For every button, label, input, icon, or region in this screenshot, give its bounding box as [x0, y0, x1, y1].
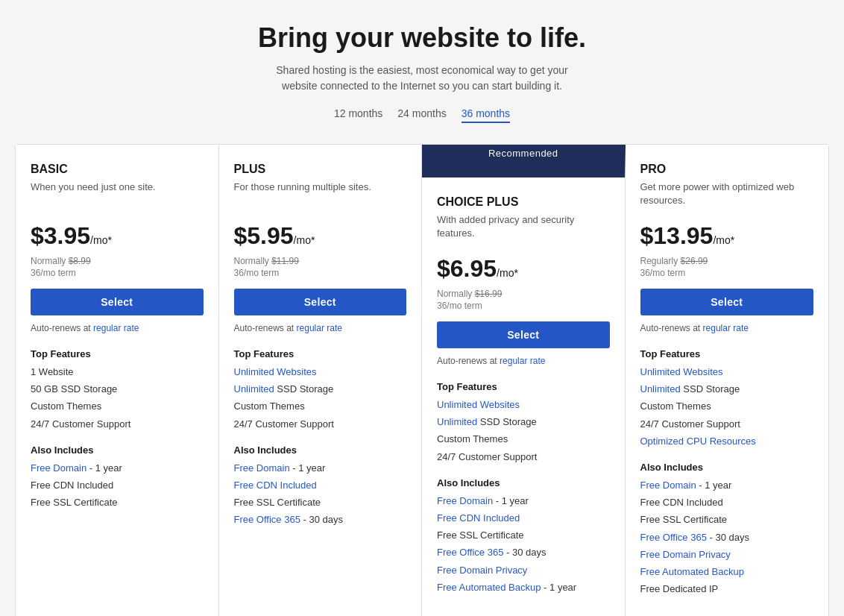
plan-basic-name: BASIC	[31, 163, 204, 176]
plan-basic-per: /mo*	[90, 234, 112, 246]
plan-basic-also-features: Free Domain - 1 year Free CDN Included F…	[31, 462, 204, 510]
plan-basic-top-features: 1 Website 50 GB SSD Storage Custom Theme…	[31, 365, 204, 431]
plan-basic: BASIC When you need just one site. $3.95…	[16, 145, 219, 616]
plan-choice-plus-desc: With added privacy and security features…	[437, 213, 610, 243]
link[interactable]: Free Domain	[640, 480, 696, 491]
list-item: Free Office 365 - 30 days	[437, 546, 610, 559]
list-item: Optimized CPU Resources	[640, 435, 814, 448]
plan-pro-select-button[interactable]: Select	[640, 289, 814, 315]
plan-plus-select-button[interactable]: Select	[234, 289, 407, 315]
list-item: Custom Themes	[640, 400, 814, 413]
plan-plus-name: PLUS	[234, 163, 407, 176]
link[interactable]: Free Domain	[437, 495, 493, 506]
plan-basic-autorenew-link[interactable]: regular rate	[93, 323, 139, 333]
list-item: Free Domain - 1 year	[640, 479, 814, 492]
link[interactable]: Unlimited	[437, 416, 477, 427]
plan-pro-top-features: Unlimited Websites Unlimited SSD Storage…	[640, 365, 814, 448]
list-item: Free Domain Privacy	[437, 564, 610, 577]
list-item: 24/7 Customer Support	[31, 418, 204, 431]
list-item: Unlimited Websites	[640, 365, 814, 379]
plan-basic-top-features-title: Top Features	[31, 348, 204, 359]
list-item: Free SSL Certificate	[437, 529, 610, 542]
plan-choice-plus-top-features: Unlimited Websites Unlimited SSD Storage…	[437, 398, 610, 464]
link[interactable]: Optimized CPU Resources	[640, 436, 756, 447]
plan-plus-price-block: $5.95/mo*	[234, 222, 407, 250]
link[interactable]: Unlimited	[640, 383, 681, 395]
plan-pro-normal-price: Regularly $26.99	[640, 256, 814, 266]
plan-pro-also-title: Also Includes	[640, 462, 814, 473]
plan-choice-plus-also-features: Free Domain - 1 year Free CDN Included F…	[437, 494, 610, 594]
list-item: 24/7 Customer Support	[234, 418, 407, 431]
link[interactable]: Free CDN Included	[234, 480, 317, 491]
list-item: Free Domain - 1 year	[31, 462, 204, 475]
link[interactable]: Unlimited Websites	[234, 366, 317, 377]
plan-pro: PRO Get more power with optimized web re…	[626, 145, 829, 616]
plan-pro-per: /mo*	[713, 234, 734, 246]
plan-basic-select-button[interactable]: Select	[31, 289, 204, 315]
plan-plus-also-features: Free Domain - 1 year Free CDN Included F…	[234, 462, 407, 527]
link[interactable]: Unlimited Websites	[640, 366, 723, 377]
list-item: Free Domain - 1 year	[437, 494, 610, 508]
plan-basic-normal-price: Normally $8.99	[31, 256, 204, 266]
plan-choice-plus-also-title: Also Includes	[437, 477, 610, 488]
list-item: Custom Themes	[31, 400, 204, 413]
list-item: Free Domain - 1 year	[234, 462, 407, 475]
link[interactable]: Free Domain	[234, 462, 290, 474]
list-item: Free Dedicated IP	[640, 582, 814, 596]
list-item: Unlimited Websites	[234, 365, 407, 379]
list-item: Free Domain Privacy	[640, 548, 814, 562]
list-item: Free CDN Included	[640, 496, 814, 509]
plan-pro-desc: Get more power with optimized web resour…	[640, 180, 814, 210]
list-item: Free SSL Certificate	[31, 496, 204, 509]
tab-12months[interactable]: 12 months	[334, 107, 382, 123]
page-header: Bring your website to life. Shared hosti…	[15, 22, 829, 123]
plan-plus-price: $5.95	[234, 222, 294, 249]
list-item: Custom Themes	[437, 433, 610, 446]
link[interactable]: Free Automated Backup	[437, 582, 541, 593]
link[interactable]: Free Automated Backup	[640, 566, 744, 577]
plan-basic-also-title: Also Includes	[31, 444, 204, 456]
plan-choice-plus-select-button[interactable]: Select	[437, 321, 610, 348]
list-item: Custom Themes	[234, 400, 407, 413]
link[interactable]: Free Domain	[31, 462, 86, 474]
list-item: Free CDN Included	[234, 479, 407, 492]
link[interactable]: Unlimited	[234, 383, 274, 395]
link[interactable]: Free CDN Included	[437, 512, 520, 524]
link[interactable]: Free Domain Privacy	[640, 549, 731, 560]
plan-plus-autorenew-link[interactable]: regular rate	[297, 323, 342, 333]
plan-plus-top-features-title: Top Features	[234, 348, 407, 359]
tab-24months[interactable]: 24 months	[397, 107, 446, 123]
billing-tabs: 12 months 24 months 36 months	[15, 107, 829, 123]
plan-choice-plus-name: CHOICE PLUS	[437, 195, 610, 209]
plan-pro-price-block: $13.95/mo*	[640, 222, 814, 250]
plan-plus-autorenew: Auto-renews at regular rate	[234, 323, 407, 333]
plan-pro-autorenew: Auto-renews at regular rate	[640, 323, 814, 333]
plan-plus-normal-price: Normally $11.99	[234, 256, 407, 266]
list-item: Free CDN Included	[437, 512, 610, 525]
tab-36months[interactable]: 36 months	[462, 107, 510, 123]
plan-basic-price: $3.95	[31, 222, 90, 249]
link[interactable]: Free Office 365	[640, 532, 707, 543]
plan-plus-term: 36/mo term	[234, 268, 407, 278]
plan-choice-plus: Recommended CHOICE PLUS With added priva…	[422, 145, 626, 616]
plan-basic-term: 36/mo term	[31, 268, 204, 278]
plan-choice-plus-autorenew-link[interactable]: regular rate	[500, 356, 545, 366]
list-item: Free Automated Backup - 1 year	[437, 581, 610, 594]
list-item: 1 Website	[31, 365, 204, 379]
link[interactable]: Free Domain Privacy	[437, 565, 527, 576]
link[interactable]: Free Office 365	[437, 547, 503, 558]
plan-plus-top-features: Unlimited Websites Unlimited SSD Storage…	[234, 365, 407, 431]
plan-pro-name: PRO	[640, 163, 814, 176]
list-item: 24/7 Customer Support	[437, 450, 610, 464]
plan-choice-plus-term: 36/mo term	[437, 301, 610, 311]
plan-choice-plus-price-block: $6.95/mo*	[437, 255, 610, 283]
plan-pro-autorenew-link[interactable]: regular rate	[703, 323, 749, 333]
plan-plus-desc: For those running multiple sites.	[234, 180, 407, 210]
link[interactable]: Unlimited Websites	[437, 399, 520, 410]
list-item: Free Automated Backup	[640, 565, 814, 579]
plan-plus-also-title: Also Includes	[234, 444, 407, 456]
plan-pro-term: 36/mo term	[640, 268, 814, 278]
list-item: Free SSL Certificate	[234, 496, 407, 509]
plan-choice-plus-per: /mo*	[497, 267, 518, 279]
link[interactable]: Free Office 365	[234, 514, 300, 525]
